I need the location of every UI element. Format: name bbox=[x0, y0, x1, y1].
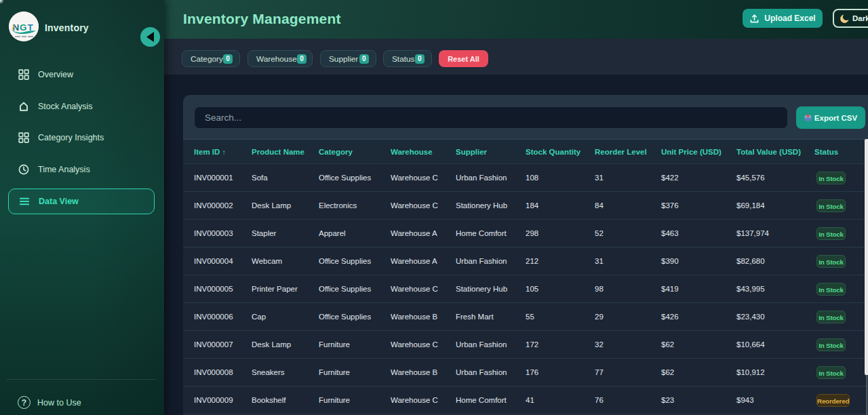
svg-text:G: G bbox=[20, 22, 27, 33]
